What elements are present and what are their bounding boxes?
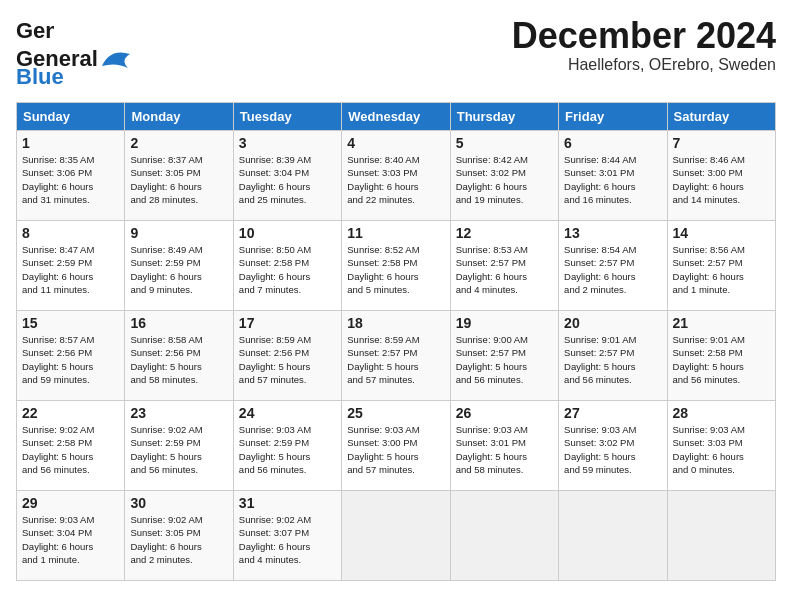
day-info: Sunrise: 8:46 AMSunset: 3:00 PMDaylight:…: [673, 153, 770, 206]
col-sunday: Sunday: [17, 103, 125, 131]
table-row: 12Sunrise: 8:53 AMSunset: 2:57 PMDayligh…: [450, 221, 558, 311]
title-area: December 2024 Haellefors, OErebro, Swede…: [512, 16, 776, 74]
table-row: 25Sunrise: 9:03 AMSunset: 3:00 PMDayligh…: [342, 401, 450, 491]
month-title: December 2024: [512, 16, 776, 56]
calendar-week-row: 15Sunrise: 8:57 AMSunset: 2:56 PMDayligh…: [17, 311, 776, 401]
day-info: Sunrise: 9:03 AMSunset: 3:01 PMDaylight:…: [456, 423, 553, 476]
table-row: [342, 491, 450, 581]
table-row: 16Sunrise: 8:58 AMSunset: 2:56 PMDayligh…: [125, 311, 233, 401]
table-row: 29Sunrise: 9:03 AMSunset: 3:04 PMDayligh…: [17, 491, 125, 581]
day-number: 8: [22, 225, 119, 241]
calendar-week-row: 22Sunrise: 9:02 AMSunset: 2:58 PMDayligh…: [17, 401, 776, 491]
calendar-header-row: Sunday Monday Tuesday Wednesday Thursday…: [17, 103, 776, 131]
table-row: 22Sunrise: 9:02 AMSunset: 2:58 PMDayligh…: [17, 401, 125, 491]
day-number: 22: [22, 405, 119, 421]
day-number: 6: [564, 135, 661, 151]
table-row: 31Sunrise: 9:02 AMSunset: 3:07 PMDayligh…: [233, 491, 341, 581]
day-info: Sunrise: 8:42 AMSunset: 3:02 PMDaylight:…: [456, 153, 553, 206]
table-row: 4Sunrise: 8:40 AMSunset: 3:03 PMDaylight…: [342, 131, 450, 221]
table-row: 1Sunrise: 8:35 AMSunset: 3:06 PMDaylight…: [17, 131, 125, 221]
day-info: Sunrise: 9:02 AMSunset: 3:07 PMDaylight:…: [239, 513, 336, 566]
day-number: 31: [239, 495, 336, 511]
day-info: Sunrise: 8:49 AMSunset: 2:59 PMDaylight:…: [130, 243, 227, 296]
day-info: Sunrise: 8:57 AMSunset: 2:56 PMDaylight:…: [22, 333, 119, 386]
day-info: Sunrise: 8:53 AMSunset: 2:57 PMDaylight:…: [456, 243, 553, 296]
table-row: 24Sunrise: 9:03 AMSunset: 2:59 PMDayligh…: [233, 401, 341, 491]
day-number: 17: [239, 315, 336, 331]
col-tuesday: Tuesday: [233, 103, 341, 131]
day-number: 19: [456, 315, 553, 331]
day-info: Sunrise: 9:02 AMSunset: 3:05 PMDaylight:…: [130, 513, 227, 566]
day-number: 2: [130, 135, 227, 151]
table-row: 8Sunrise: 8:47 AMSunset: 2:59 PMDaylight…: [17, 221, 125, 311]
day-info: Sunrise: 8:35 AMSunset: 3:06 PMDaylight:…: [22, 153, 119, 206]
svg-text:General: General: [16, 18, 54, 43]
table-row: 2Sunrise: 8:37 AMSunset: 3:05 PMDaylight…: [125, 131, 233, 221]
day-number: 1: [22, 135, 119, 151]
col-saturday: Saturday: [667, 103, 775, 131]
day-info: Sunrise: 8:37 AMSunset: 3:05 PMDaylight:…: [130, 153, 227, 206]
day-info: Sunrise: 9:03 AMSunset: 3:04 PMDaylight:…: [22, 513, 119, 566]
logo: General General Blue: [16, 16, 136, 90]
day-number: 20: [564, 315, 661, 331]
day-number: 14: [673, 225, 770, 241]
table-row: [559, 491, 667, 581]
day-number: 16: [130, 315, 227, 331]
table-row: [667, 491, 775, 581]
table-row: 18Sunrise: 8:59 AMSunset: 2:57 PMDayligh…: [342, 311, 450, 401]
table-row: 17Sunrise: 8:59 AMSunset: 2:56 PMDayligh…: [233, 311, 341, 401]
logo-bird-icon: General: [16, 16, 54, 46]
day-info: Sunrise: 8:59 AMSunset: 2:57 PMDaylight:…: [347, 333, 444, 386]
table-row: 5Sunrise: 8:42 AMSunset: 3:02 PMDaylight…: [450, 131, 558, 221]
col-thursday: Thursday: [450, 103, 558, 131]
day-number: 27: [564, 405, 661, 421]
day-info: Sunrise: 9:03 AMSunset: 3:00 PMDaylight:…: [347, 423, 444, 476]
day-info: Sunrise: 8:52 AMSunset: 2:58 PMDaylight:…: [347, 243, 444, 296]
calendar-week-row: 1Sunrise: 8:35 AMSunset: 3:06 PMDaylight…: [17, 131, 776, 221]
day-info: Sunrise: 8:56 AMSunset: 2:57 PMDaylight:…: [673, 243, 770, 296]
day-info: Sunrise: 8:50 AMSunset: 2:58 PMDaylight:…: [239, 243, 336, 296]
table-row: 26Sunrise: 9:03 AMSunset: 3:01 PMDayligh…: [450, 401, 558, 491]
table-row: 9Sunrise: 8:49 AMSunset: 2:59 PMDaylight…: [125, 221, 233, 311]
page-header: General General Blue December 2024 Haell…: [16, 16, 776, 90]
day-number: 28: [673, 405, 770, 421]
table-row: 21Sunrise: 9:01 AMSunset: 2:58 PMDayligh…: [667, 311, 775, 401]
day-number: 24: [239, 405, 336, 421]
table-row: 28Sunrise: 9:03 AMSunset: 3:03 PMDayligh…: [667, 401, 775, 491]
day-info: Sunrise: 8:44 AMSunset: 3:01 PMDaylight:…: [564, 153, 661, 206]
table-row: 19Sunrise: 9:00 AMSunset: 2:57 PMDayligh…: [450, 311, 558, 401]
day-number: 4: [347, 135, 444, 151]
table-row: 15Sunrise: 8:57 AMSunset: 2:56 PMDayligh…: [17, 311, 125, 401]
table-row: 30Sunrise: 9:02 AMSunset: 3:05 PMDayligh…: [125, 491, 233, 581]
day-info: Sunrise: 9:02 AMSunset: 2:59 PMDaylight:…: [130, 423, 227, 476]
day-number: 18: [347, 315, 444, 331]
day-number: 21: [673, 315, 770, 331]
day-info: Sunrise: 8:58 AMSunset: 2:56 PMDaylight:…: [130, 333, 227, 386]
day-number: 7: [673, 135, 770, 151]
calendar-week-row: 8Sunrise: 8:47 AMSunset: 2:59 PMDaylight…: [17, 221, 776, 311]
day-number: 5: [456, 135, 553, 151]
col-wednesday: Wednesday: [342, 103, 450, 131]
table-row: 13Sunrise: 8:54 AMSunset: 2:57 PMDayligh…: [559, 221, 667, 311]
day-info: Sunrise: 9:01 AMSunset: 2:57 PMDaylight:…: [564, 333, 661, 386]
day-info: Sunrise: 8:54 AMSunset: 2:57 PMDaylight:…: [564, 243, 661, 296]
table-row: [450, 491, 558, 581]
table-row: 7Sunrise: 8:46 AMSunset: 3:00 PMDaylight…: [667, 131, 775, 221]
day-info: Sunrise: 8:39 AMSunset: 3:04 PMDaylight:…: [239, 153, 336, 206]
day-number: 25: [347, 405, 444, 421]
table-row: 23Sunrise: 9:02 AMSunset: 2:59 PMDayligh…: [125, 401, 233, 491]
day-number: 23: [130, 405, 227, 421]
logo-swoosh-icon: [100, 46, 134, 72]
day-number: 26: [456, 405, 553, 421]
table-row: 10Sunrise: 8:50 AMSunset: 2:58 PMDayligh…: [233, 221, 341, 311]
table-row: 3Sunrise: 8:39 AMSunset: 3:04 PMDaylight…: [233, 131, 341, 221]
day-info: Sunrise: 9:02 AMSunset: 2:58 PMDaylight:…: [22, 423, 119, 476]
day-info: Sunrise: 9:03 AMSunset: 2:59 PMDaylight:…: [239, 423, 336, 476]
day-number: 30: [130, 495, 227, 511]
day-info: Sunrise: 8:40 AMSunset: 3:03 PMDaylight:…: [347, 153, 444, 206]
day-info: Sunrise: 9:03 AMSunset: 3:03 PMDaylight:…: [673, 423, 770, 476]
location-subtitle: Haellefors, OErebro, Sweden: [512, 56, 776, 74]
day-number: 11: [347, 225, 444, 241]
day-info: Sunrise: 8:59 AMSunset: 2:56 PMDaylight:…: [239, 333, 336, 386]
day-info: Sunrise: 9:01 AMSunset: 2:58 PMDaylight:…: [673, 333, 770, 386]
